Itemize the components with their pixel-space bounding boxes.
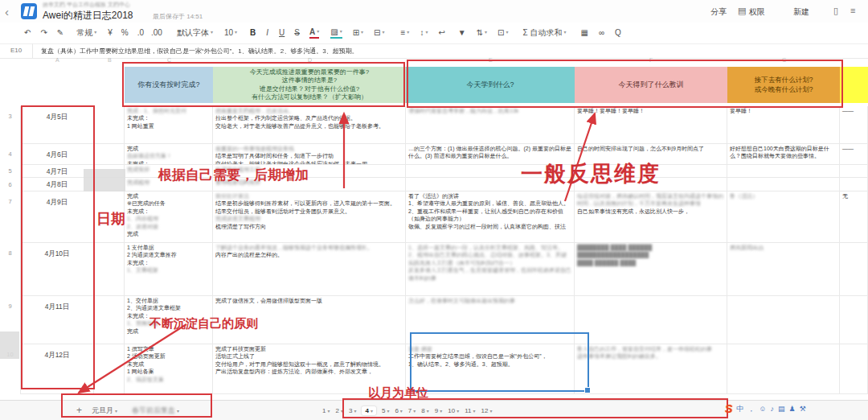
currency-icon[interactable]: ¥ bbox=[108, 29, 113, 37]
sheet-cell[interactable]: —— bbox=[840, 144, 868, 165]
sheet-cell[interactable]: 把最重要文档梳理，已发送出。拉出整个框架，作为制定运营策略、及产品迭代的依据。交… bbox=[213, 106, 406, 144]
sheet-cell[interactable] bbox=[94, 243, 125, 296]
align-icon[interactable]: ≡▾ bbox=[401, 29, 410, 37]
redo-icon[interactable]: ↷ bbox=[40, 29, 47, 37]
bold-icon[interactable]: B bbox=[250, 29, 256, 37]
insert-link-icon[interactable]: ∞ bbox=[599, 29, 604, 37]
sort-icon[interactable]: ⇅▾ bbox=[477, 29, 487, 37]
number-format-select[interactable]: 常规▾ bbox=[76, 29, 96, 37]
sheet-tab-1[interactable]: 1▾ bbox=[322, 407, 330, 414]
sheet-cell[interactable] bbox=[840, 296, 868, 344]
freeze-icon[interactable]: ⊡▾ bbox=[497, 29, 508, 37]
sheet-tab-7[interactable]: 7▾ bbox=[408, 407, 416, 414]
sheet-tab-3[interactable]: 3▾ bbox=[349, 407, 356, 414]
sheet-tab-2[interactable]: 2▾ bbox=[336, 407, 343, 414]
vertical-align-icon[interactable]: ↕▾ bbox=[420, 29, 428, 37]
sheet-cell[interactable] bbox=[840, 243, 868, 296]
header-cell[interactable]: 你有没有按时完成? bbox=[125, 67, 213, 103]
sheet-cell[interactable] bbox=[727, 178, 840, 191]
ime-punctuation-icon[interactable]: ， bbox=[747, 404, 755, 414]
sheet-cell[interactable]: 要早睡！ bbox=[727, 106, 840, 144]
sheet-cell[interactable]: 最重要的一件事情是梳理业务线结果是写明了具体时间和任务，知道下一步行动交付给老大… bbox=[213, 144, 406, 165]
sheet-cell[interactable] bbox=[727, 165, 840, 178]
sheet-cell[interactable]: 鲁（活法） bbox=[727, 191, 840, 243]
font-family-select[interactable]: 默认字体▾ bbox=[177, 29, 213, 37]
sheet-cell[interactable]: 好好想想自己100天白费这期的目标是什么？围绕目标就每天要做的些事情。 bbox=[727, 144, 840, 165]
column-letter[interactable]: B bbox=[108, 57, 112, 63]
sheet-tab-元旦月[interactable]: 元旦月▾ bbox=[92, 406, 117, 416]
sheet-cell[interactable] bbox=[575, 296, 727, 344]
mobile-view-icon[interactable]: ▯ bbox=[833, 6, 838, 16]
header-cell[interactable] bbox=[840, 67, 868, 103]
date-cell[interactable]: 4月9日 bbox=[21, 191, 94, 243]
column-letter[interactable]: G bbox=[782, 57, 786, 63]
sheet-cell[interactable]: 要早睡！要早睡！要早睡！ bbox=[575, 106, 727, 144]
sheet-cell[interactable]: 百分比计算法结果是初步能够得到推荐素材，可以更新内容，进入常规的第十一页面。结果… bbox=[213, 191, 406, 243]
sheet-cell[interactable]: 1 支付单据2 沟通渠道文章推荐未完成：1、文章框架 bbox=[125, 243, 213, 296]
date-cell[interactable]: 4月11日 bbox=[21, 296, 94, 344]
menu-icon[interactable]: ≡ bbox=[850, 6, 855, 15]
column-letter[interactable]: A bbox=[55, 57, 59, 63]
sheet-cell[interactable]: 给运营组对接，腾讯确认时间，我应该主动沟通这个事情的时间，以及后面的计划，千万不… bbox=[575, 191, 727, 243]
insert-image-icon[interactable]: ▦ bbox=[580, 29, 588, 37]
sheet-tab-9[interactable]: 9▾ bbox=[435, 407, 442, 414]
permission-button[interactable]: 权限 bbox=[749, 6, 765, 18]
row-number[interactable]: 8 bbox=[0, 243, 21, 296]
document-title[interactable]: Awei的精进日志2018 bbox=[43, 9, 133, 23]
date-cell[interactable]: 4月12日 bbox=[21, 344, 94, 394]
merge-cells-icon[interactable]: ⊟▾ bbox=[374, 29, 384, 37]
column-letter[interactable]: F bbox=[649, 57, 653, 63]
fill-color-icon[interactable]: ▨▾ bbox=[330, 28, 342, 39]
row-number[interactable]: 6 bbox=[0, 178, 21, 191]
row-number[interactable]: 7 bbox=[0, 191, 21, 243]
text-wrap-icon[interactable]: ↩ bbox=[438, 29, 444, 37]
sheet-tab-11[interactable]: 11▾ bbox=[465, 407, 475, 414]
column-letter[interactable]: D bbox=[308, 57, 312, 63]
increase-decimal-icon[interactable]: .00 bbox=[151, 29, 162, 37]
sheet-cell[interactable] bbox=[94, 144, 125, 165]
header-cell[interactable]: 今天完成或推进最重要的最紧要的一件事?这件事情的结果是?谁是交付结果？对于他有什… bbox=[213, 67, 406, 103]
decrease-decimal-icon[interactable]: .0 bbox=[137, 29, 144, 37]
sheet-cell[interactable] bbox=[727, 344, 840, 394]
column-letter[interactable]: E bbox=[489, 57, 493, 63]
sheet-tab-4[interactable]: 4▾ bbox=[362, 406, 375, 415]
header-cell[interactable]: 今天得到了什么教训 bbox=[575, 67, 727, 103]
sheet-cell[interactable]: —— bbox=[840, 106, 868, 144]
selection-handle[interactable] bbox=[584, 387, 591, 393]
header-cell[interactable]: 接下去有什么计划?或今晚有什么计划? bbox=[727, 67, 840, 103]
date-cell[interactable]: 4月5日 bbox=[21, 106, 94, 144]
ime-emoji-icon[interactable]: ☺ bbox=[759, 405, 766, 413]
back-button[interactable]: ‹ bbox=[5, 5, 9, 19]
sheet-cell[interactable]: 完成自媒体运营方案！未完成： bbox=[125, 144, 213, 165]
sheet-cell[interactable] bbox=[727, 296, 840, 344]
sheet-cell[interactable]: 完成※已完成的任务未完成：1、内容梳理2、渠道对接完成 bbox=[125, 191, 213, 243]
date-cell[interactable]: 4月6日 bbox=[21, 144, 94, 165]
sheet-cell[interactable] bbox=[94, 296, 125, 344]
header-cell[interactable]: 今天学到什么? bbox=[406, 67, 575, 103]
ime-chinese-mode-icon[interactable]: 中 bbox=[736, 404, 743, 414]
percent-icon[interactable]: % bbox=[121, 29, 129, 37]
row-number[interactable]: 4 bbox=[0, 144, 21, 165]
date-cell[interactable]: 4月10日 bbox=[21, 243, 94, 296]
font-size-select[interactable]: 10▾ bbox=[224, 29, 237, 37]
row-number[interactable]: 5 bbox=[0, 165, 21, 178]
sheet-tab-春节前后复盘[interactable]: 春节前后复盘▾ bbox=[132, 406, 179, 416]
search-icon[interactable]: Q bbox=[615, 29, 621, 37]
sheet-cell[interactable] bbox=[94, 344, 125, 394]
strikethrough-icon[interactable]: S bbox=[294, 29, 300, 37]
sheet-cell[interactable] bbox=[840, 178, 868, 191]
sheet-cell[interactable] bbox=[840, 165, 868, 178]
filter-icon[interactable]: ▼ bbox=[458, 29, 466, 37]
sheet-cell[interactable] bbox=[840, 344, 868, 394]
sheet-cell[interactable] bbox=[94, 106, 125, 144]
format-painter-icon[interactable]: ✎ bbox=[57, 29, 63, 37]
ime-voice-icon[interactable]: ♪ bbox=[771, 405, 775, 413]
sheet-cell[interactable]: ████████ ████ ██████████████████████████… bbox=[575, 243, 727, 296]
ime-keyboard-icon[interactable]: ▤ bbox=[778, 405, 785, 413]
add-sheet-button[interactable]: + bbox=[76, 405, 82, 416]
sheet-tab-6[interactable]: 6▾ bbox=[395, 407, 402, 414]
row-number[interactable]: 3 bbox=[0, 106, 21, 144]
share-button[interactable]: 分享 bbox=[710, 6, 727, 18]
cell-reference-box[interactable]: E10 bbox=[0, 43, 33, 58]
autosum-button[interactable]: Σ 自动求和▾ bbox=[523, 29, 567, 37]
